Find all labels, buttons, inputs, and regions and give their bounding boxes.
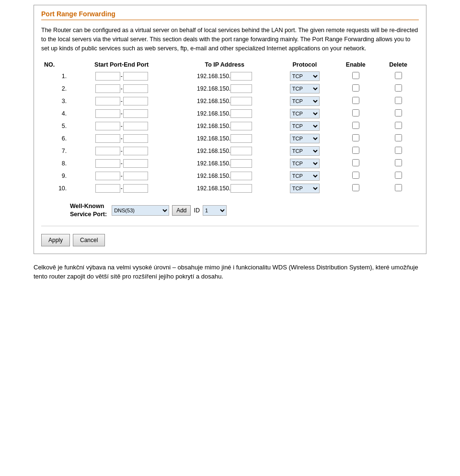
ip-prefix: 192.168.150. bbox=[197, 85, 230, 92]
protocol-select[interactable]: TCPUDPBoth bbox=[290, 171, 320, 181]
delete-checkbox[interactable] bbox=[395, 72, 402, 79]
port-forwarding-table: NO. Start Port-End Port To IP Address Pr… bbox=[41, 59, 419, 195]
footer-text: Celkově je funkční výbava na velmi vysok… bbox=[34, 263, 426, 281]
enable-cell bbox=[334, 82, 378, 95]
end-port-input[interactable] bbox=[123, 134, 148, 143]
ip-address-cell: 192.168.150. bbox=[173, 120, 276, 132]
enable-checkbox[interactable] bbox=[352, 72, 359, 79]
enable-checkbox[interactable] bbox=[352, 147, 359, 154]
delete-checkbox[interactable] bbox=[395, 184, 402, 191]
port-range-cell: - bbox=[69, 82, 173, 95]
end-port-input[interactable] bbox=[123, 84, 148, 93]
delete-checkbox[interactable] bbox=[395, 122, 402, 129]
ip-last-octet-input[interactable] bbox=[230, 147, 252, 155]
protocol-select[interactable]: TCPUDPBoth bbox=[290, 96, 320, 106]
add-button[interactable]: Add bbox=[172, 205, 191, 216]
id-label: ID bbox=[194, 207, 200, 214]
delete-checkbox[interactable] bbox=[395, 84, 402, 92]
enable-checkbox[interactable] bbox=[352, 84, 359, 92]
start-port-input[interactable] bbox=[95, 97, 120, 105]
row-number: 10. bbox=[41, 182, 69, 195]
ip-last-octet-input[interactable] bbox=[230, 172, 252, 180]
protocol-select[interactable]: TCPUDPBoth bbox=[290, 71, 320, 81]
delete-cell bbox=[378, 182, 419, 195]
ip-last-octet-input[interactable] bbox=[230, 97, 252, 105]
ip-last-octet-input[interactable] bbox=[230, 72, 252, 81]
start-port-input[interactable] bbox=[95, 72, 120, 81]
ip-last-octet-input[interactable] bbox=[230, 159, 252, 168]
row-number: 2. bbox=[41, 82, 69, 95]
end-port-input[interactable] bbox=[123, 172, 148, 180]
enable-checkbox[interactable] bbox=[352, 122, 359, 129]
delete-cell bbox=[378, 145, 419, 157]
port-range-cell: - bbox=[69, 95, 173, 107]
start-port-input[interactable] bbox=[95, 134, 120, 143]
apply-button[interactable]: Apply bbox=[41, 234, 70, 246]
port-range-cell: - bbox=[69, 170, 173, 182]
start-port-input[interactable] bbox=[95, 159, 120, 168]
protocol-cell: TCPUDPBoth bbox=[276, 170, 334, 182]
end-port-input[interactable] bbox=[123, 159, 148, 168]
cancel-button[interactable]: Cancel bbox=[73, 234, 105, 246]
ip-last-octet-input[interactable] bbox=[230, 84, 252, 93]
end-port-input[interactable] bbox=[123, 147, 148, 155]
protocol-select[interactable]: TCPUDPBoth bbox=[290, 146, 320, 156]
protocol-select[interactable]: TCPUDPBoth bbox=[290, 109, 320, 118]
row-number: 1. bbox=[41, 70, 69, 82]
table-row: 1.-192.168.150.TCPUDPBoth bbox=[41, 70, 419, 82]
enable-cell bbox=[334, 170, 378, 182]
ip-prefix: 192.168.150. bbox=[197, 185, 230, 192]
enable-cell bbox=[334, 107, 378, 120]
enable-checkbox[interactable] bbox=[352, 184, 359, 191]
ip-prefix: 192.168.150. bbox=[197, 148, 230, 154]
enable-checkbox[interactable] bbox=[352, 109, 359, 116]
delete-checkbox[interactable] bbox=[395, 172, 402, 179]
delete-checkbox[interactable] bbox=[395, 134, 402, 141]
id-select[interactable]: 12345678910 bbox=[203, 205, 227, 216]
end-port-input[interactable] bbox=[123, 184, 148, 193]
table-row: 8.-192.168.150.TCPUDPBoth bbox=[41, 157, 419, 170]
protocol-select[interactable]: TCPUDPBoth bbox=[290, 121, 320, 131]
enable-cell bbox=[334, 157, 378, 170]
delete-checkbox[interactable] bbox=[395, 97, 402, 104]
ip-prefix: 192.168.150. bbox=[197, 173, 230, 179]
enable-checkbox[interactable] bbox=[352, 172, 359, 179]
end-port-input[interactable] bbox=[123, 109, 148, 118]
table-row: 6.-192.168.150.TCPUDPBoth bbox=[41, 132, 419, 145]
delete-checkbox[interactable] bbox=[395, 147, 402, 154]
port-range-cell: - bbox=[69, 145, 173, 157]
row-number: 6. bbox=[41, 132, 69, 145]
port-range-cell: - bbox=[69, 157, 173, 170]
ip-last-octet-input[interactable] bbox=[230, 122, 252, 130]
protocol-cell: TCPUDPBoth bbox=[276, 132, 334, 145]
ip-last-octet-input[interactable] bbox=[230, 184, 252, 193]
enable-checkbox[interactable] bbox=[352, 134, 359, 141]
start-port-input[interactable] bbox=[95, 122, 120, 130]
table-row: 10.-192.168.150.TCPUDPBoth bbox=[41, 182, 419, 195]
end-port-input[interactable] bbox=[123, 97, 148, 105]
protocol-cell: TCPUDPBoth bbox=[276, 120, 334, 132]
delete-checkbox[interactable] bbox=[395, 109, 402, 116]
protocol-select[interactable]: TCPUDPBoth bbox=[290, 84, 320, 93]
table-row: 4.-192.168.150.TCPUDPBoth bbox=[41, 107, 419, 120]
start-port-input[interactable] bbox=[95, 172, 120, 180]
enable-cell bbox=[334, 145, 378, 157]
start-port-input[interactable] bbox=[95, 84, 120, 93]
delete-cell bbox=[378, 170, 419, 182]
delete-cell bbox=[378, 157, 419, 170]
start-port-input[interactable] bbox=[95, 109, 120, 118]
protocol-select[interactable]: TCPUDPBoth bbox=[290, 184, 320, 193]
ip-last-octet-input[interactable] bbox=[230, 109, 252, 118]
start-port-input[interactable] bbox=[95, 184, 120, 193]
protocol-select[interactable]: TCPUDPBoth bbox=[290, 159, 320, 168]
end-port-input[interactable] bbox=[123, 72, 148, 81]
end-port-input[interactable] bbox=[123, 122, 148, 130]
protocol-select[interactable]: TCPUDPBoth bbox=[290, 134, 320, 143]
start-port-input[interactable] bbox=[95, 147, 120, 155]
enable-checkbox[interactable] bbox=[352, 97, 359, 104]
enable-checkbox[interactable] bbox=[352, 159, 359, 166]
ip-last-octet-input[interactable] bbox=[230, 134, 252, 143]
protocol-cell: TCPUDPBoth bbox=[276, 107, 334, 120]
delete-checkbox[interactable] bbox=[395, 159, 402, 166]
service-select[interactable]: DNS(53)FTP(21)HTTP(80)HTTPS(443)SMTP(25)… bbox=[112, 205, 169, 216]
